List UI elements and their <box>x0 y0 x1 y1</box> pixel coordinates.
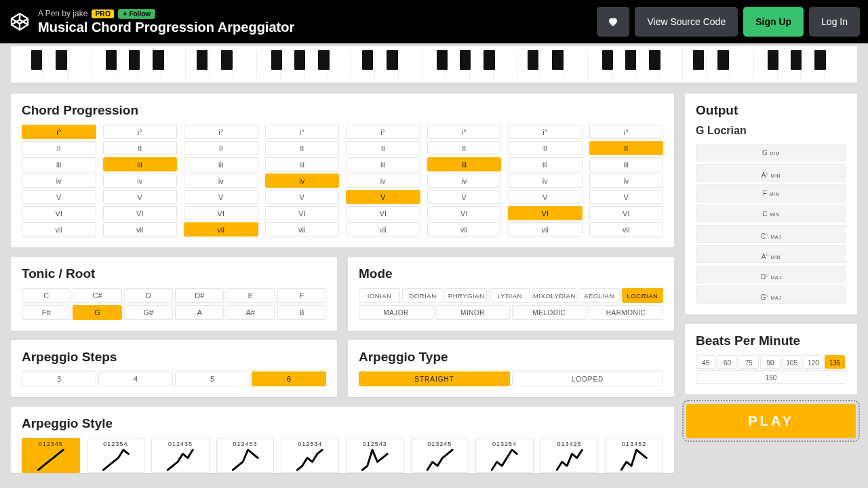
follow-button[interactable]: + Follow <box>118 9 155 19</box>
bpm-cell[interactable]: 60 <box>717 355 738 369</box>
tonic-cell[interactable]: F <box>277 288 326 303</box>
piano-black-key[interactable] <box>602 50 613 70</box>
progression-cell[interactable]: iv <box>589 174 664 188</box>
progression-cell[interactable]: II <box>265 141 340 155</box>
progression-cell[interactable]: V <box>184 190 258 204</box>
progression-cell[interactable]: V <box>103 190 178 204</box>
mode-cell[interactable]: PHRYGIAN <box>446 288 487 303</box>
piano-black-key[interactable] <box>484 50 494 70</box>
progression-cell[interactable]: iii <box>184 157 258 171</box>
progression-cell[interactable]: iii <box>508 157 583 171</box>
progression-cell[interactable]: vii <box>589 222 664 237</box>
progression-cell[interactable]: V <box>265 190 340 204</box>
piano-keyboard[interactable] <box>11 46 857 83</box>
progression-cell[interactable]: V <box>346 190 420 204</box>
tonic-cell[interactable]: G# <box>124 305 173 320</box>
tonic-cell[interactable]: F# <box>22 305 71 320</box>
piano-black-key[interactable] <box>552 50 563 70</box>
piano-black-key[interactable] <box>625 50 636 70</box>
piano-black-key[interactable] <box>221 50 232 70</box>
piano-white-key[interactable] <box>233 50 257 79</box>
piano-black-key[interactable] <box>693 50 704 70</box>
bpm-cell[interactable]: 45 <box>696 355 716 369</box>
arp-style-card[interactable]: 012543 <box>346 438 404 473</box>
progression-cell[interactable]: V <box>22 190 96 204</box>
arp-style-card[interactable]: 012534 <box>281 438 339 473</box>
progression-cell[interactable]: V <box>508 190 583 204</box>
piano-black-key[interactable] <box>791 50 802 70</box>
progression-cell[interactable]: vii <box>427 222 502 237</box>
heart-button[interactable] <box>597 7 629 37</box>
mode-cell[interactable]: AEOLIAN <box>578 288 620 303</box>
progression-cell[interactable]: VI <box>589 206 664 220</box>
bpm-cell[interactable]: 105 <box>782 355 802 369</box>
play-button[interactable]: PLAY <box>686 404 856 438</box>
bpm-cell[interactable]: 150 <box>696 370 846 384</box>
progression-cell[interactable]: V <box>427 190 502 204</box>
progression-cell[interactable]: iii <box>427 157 502 171</box>
mode-family-cell[interactable]: HARMONIC <box>589 305 663 320</box>
mode-family-cell[interactable]: MINOR <box>435 305 510 320</box>
progression-cell[interactable]: VI <box>22 206 96 220</box>
progression-cell[interactable]: i° <box>346 125 420 139</box>
tonic-cell[interactable]: C# <box>73 288 121 303</box>
arp-style-card[interactable]: 013452 <box>605 438 663 473</box>
piano-white-key[interactable] <box>825 50 848 79</box>
tonic-cell[interactable]: G <box>73 305 121 320</box>
arp-steps-cell[interactable]: 3 <box>22 371 96 386</box>
piano-black-key[interactable] <box>56 50 66 70</box>
progression-cell[interactable]: i° <box>508 125 583 139</box>
progression-cell[interactable]: V <box>589 190 664 204</box>
arp-type-cell[interactable]: STRAIGHT <box>359 371 510 386</box>
progression-cell[interactable]: II <box>184 141 258 155</box>
progression-cell[interactable]: VI <box>346 206 420 220</box>
arp-style-card[interactable]: 013425 <box>540 438 599 473</box>
piano-black-key[interactable] <box>106 50 117 70</box>
progression-cell[interactable]: vii <box>508 222 583 237</box>
piano-black-key[interactable] <box>153 50 163 70</box>
progression-cell[interactable]: iii <box>265 157 340 171</box>
piano-white-key[interactable] <box>564 50 588 79</box>
tonic-cell[interactable]: A# <box>226 305 275 320</box>
mode-cell[interactable]: MIXOLYDIAN <box>532 288 576 303</box>
piano-white-key[interactable] <box>328 50 352 79</box>
progression-cell[interactable]: iv <box>103 174 178 188</box>
arp-style-card[interactable]: 013254 <box>475 438 534 473</box>
progression-cell[interactable]: i° <box>427 125 502 139</box>
progression-cell[interactable]: II <box>508 141 583 155</box>
mode-cell[interactable]: IONIAN <box>359 288 400 303</box>
tonic-cell[interactable]: B <box>277 305 326 320</box>
mode-family-cell[interactable]: MELODIC <box>512 305 587 320</box>
piano-white-key[interactable] <box>730 50 754 79</box>
progression-cell[interactable]: II <box>589 141 664 155</box>
mode-cell[interactable]: LYDIAN <box>489 288 530 303</box>
mode-cell[interactable]: DORIAN <box>402 288 443 303</box>
tonic-cell[interactable]: C <box>22 288 71 303</box>
bpm-cell[interactable]: 75 <box>738 355 759 369</box>
progression-cell[interactable]: i° <box>265 125 340 139</box>
progression-cell[interactable]: iv <box>184 174 258 188</box>
piano-black-key[interactable] <box>717 50 728 70</box>
arp-style-card[interactable]: 012354 <box>87 438 145 473</box>
piano-black-key[interactable] <box>768 50 778 70</box>
progression-cell[interactable]: iii <box>103 157 178 171</box>
progression-cell[interactable]: i° <box>184 125 258 139</box>
pen-byline[interactable]: A Pen by jake <box>38 9 87 18</box>
progression-cell[interactable]: iv <box>22 174 96 188</box>
arp-type-cell[interactable]: LOOPED <box>512 371 663 386</box>
tonic-cell[interactable]: D# <box>175 288 224 303</box>
progression-cell[interactable]: i° <box>589 125 664 139</box>
piano-white-key[interactable] <box>68 50 92 79</box>
progression-cell[interactable]: iv <box>427 174 502 188</box>
arp-style-card[interactable]: 012453 <box>216 438 275 473</box>
piano-white-key[interactable] <box>494 50 517 79</box>
piano-black-key[interactable] <box>387 50 397 70</box>
progression-cell[interactable]: i° <box>103 125 178 139</box>
arp-style-card[interactable]: 012435 <box>151 438 210 473</box>
progression-cell[interactable]: VI <box>265 206 340 220</box>
tonic-cell[interactable]: A <box>175 305 224 320</box>
piano-black-key[interactable] <box>437 50 448 70</box>
progression-cell[interactable]: iii <box>346 157 420 171</box>
piano-black-key[interactable] <box>271 50 282 70</box>
arp-style-card[interactable]: 013245 <box>411 438 469 473</box>
